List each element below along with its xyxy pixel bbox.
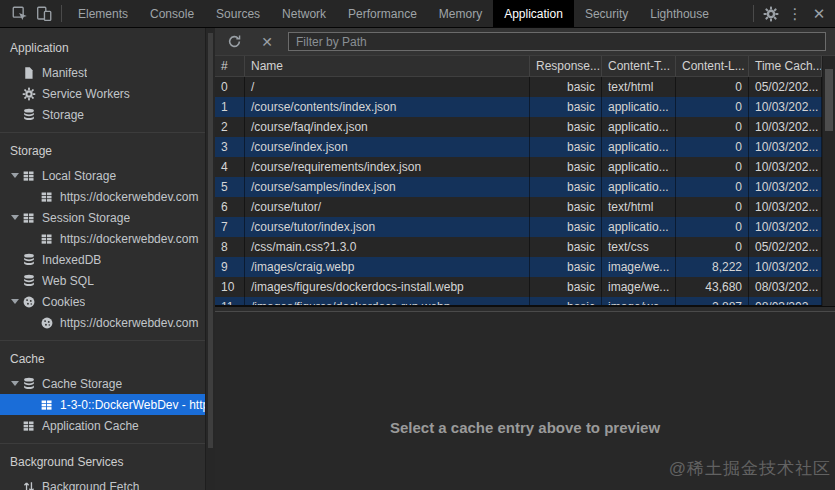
sidebar-section-title: Cache: [0, 346, 205, 373]
cache-entry-row[interactable]: 4/course/requirements/index.jsonbasicapp…: [215, 157, 835, 177]
inspect-element-icon[interactable]: [8, 2, 32, 26]
column-header-time-cach[interactable]: Time Cach...: [749, 56, 822, 76]
sidebar-section-background-services: Background ServicesBackground Fetch: [0, 443, 205, 490]
sidebar-item-service-workers[interactable]: Service Workers: [0, 83, 205, 104]
cookie-icon: [21, 294, 36, 309]
devtools-window: ElementsConsoleSourcesNetworkPerformance…: [0, 0, 835, 490]
cell-content-t: applicatio...: [602, 117, 676, 137]
tab-application[interactable]: Application: [493, 0, 574, 27]
cache-entry-row[interactable]: 6/course/tutor/basictext/html010/03/202.…: [215, 197, 835, 217]
tabbar-right-controls: ⋮ ✕: [748, 2, 835, 26]
more-options-icon[interactable]: ⋮: [783, 2, 807, 26]
cell-: 0: [215, 77, 245, 97]
sidebar-scrollbar-thumb[interactable]: [208, 33, 213, 448]
cell-content-l: 0: [676, 97, 749, 117]
cell-content-l: 0: [676, 137, 749, 157]
filter-by-path-input[interactable]: [288, 32, 826, 51]
cache-entry-row[interactable]: 5/course/samples/index.jsonbasicapplicat…: [215, 177, 835, 197]
cell-response: basic: [530, 97, 602, 117]
column-header-content-l[interactable]: Content-L...: [676, 56, 749, 76]
cell-response: basic: [530, 157, 602, 177]
cell-time-cach: 10/03/202...: [749, 177, 822, 197]
tabbar-separator: [753, 5, 754, 22]
cell-: 7: [215, 217, 245, 237]
cell-name: /images/figures/dockerdocs-run.webp: [245, 297, 530, 305]
sidebar-item-label: Storage: [42, 108, 84, 122]
cell-time-cach: 10/03/202...: [749, 197, 822, 217]
cache-entry-row[interactable]: 9/images/craig.webpbasicimage/we...8,222…: [215, 257, 835, 277]
table-icon: [21, 168, 36, 183]
cell-: 3: [215, 137, 245, 157]
column-header-content-t[interactable]: Content-T...: [602, 56, 676, 76]
column-header-name[interactable]: Name: [245, 56, 530, 76]
cell-response: basic: [530, 197, 602, 217]
table-scrollbar-thumb[interactable]: [825, 69, 833, 131]
expander-triangle-icon[interactable]: [8, 299, 21, 304]
column-header-[interactable]: #: [215, 56, 245, 76]
sidebar-item-https-dockerwebdev-com[interactable]: https://dockerwebdev.com: [0, 186, 205, 207]
sidebar-item-manifest[interactable]: Manifest: [0, 62, 205, 83]
tab-network[interactable]: Network: [271, 0, 337, 27]
cell-content-l: 2,887: [676, 297, 749, 305]
cache-entry-row[interactable]: 2/course/faq/index.jsonbasicapplicatio..…: [215, 117, 835, 137]
sidebar-item-https-dockerwebdev-com[interactable]: https://dockerwebdev.com: [0, 312, 205, 333]
cell-: 1: [215, 97, 245, 117]
device-toolbar-icon[interactable]: [32, 2, 56, 26]
clear-icon[interactable]: ✕: [255, 30, 279, 54]
application-sidebar: ApplicationManifestService WorkersStorag…: [0, 28, 205, 490]
cell-time-cach: 10/03/202...: [749, 257, 822, 277]
sidebar-item-label: Service Workers: [42, 87, 130, 101]
cell-content-t: image/we...: [602, 257, 676, 277]
table-scrollbar[interactable]: [822, 56, 835, 306]
expander-triangle-icon[interactable]: [8, 173, 21, 178]
cell-response: basic: [530, 77, 602, 97]
tab-elements[interactable]: Elements: [67, 0, 139, 27]
cache-entry-row[interactable]: 8/css/main.css?1.3.0basictext/css005/02/…: [215, 237, 835, 257]
sidebar-item-background-fetch[interactable]: Background Fetch: [0, 476, 205, 490]
sidebar-item-local-storage[interactable]: Local Storage: [0, 165, 205, 186]
cell-time-cach: 10/03/202...: [749, 137, 822, 157]
sidebar-item-https-dockerwebdev-com[interactable]: https://dockerwebdev.com: [0, 228, 205, 249]
sidebar-scrollbar[interactable]: [205, 28, 215, 490]
table-icon: [39, 397, 54, 412]
sidebar-item-session-storage[interactable]: Session Storage: [0, 207, 205, 228]
tab-performance[interactable]: Performance: [337, 0, 428, 27]
expander-triangle-icon[interactable]: [8, 381, 21, 386]
sidebar-item-application-cache[interactable]: Application Cache: [0, 415, 205, 436]
devtools-main: ApplicationManifestService WorkersStorag…: [0, 28, 835, 490]
tab-memory[interactable]: Memory: [428, 0, 493, 27]
sidebar-item-web-sql[interactable]: Web SQL: [0, 270, 205, 291]
cache-entry-row[interactable]: 10/images/figures/dockerdocs-install.web…: [215, 277, 835, 297]
tab-console[interactable]: Console: [139, 0, 205, 27]
cache-entry-row[interactable]: 1/course/contents/index.jsonbasicapplica…: [215, 97, 835, 117]
cell-response: basic: [530, 257, 602, 277]
pane-splitter[interactable]: [215, 305, 835, 312]
cell-content-t: applicatio...: [602, 157, 676, 177]
preview-pane: Select a cache entry above to preview @稀…: [215, 312, 835, 490]
sidebar-item-storage[interactable]: Storage: [0, 104, 205, 125]
cell-: 9: [215, 257, 245, 277]
cell-: 10: [215, 277, 245, 297]
cell-content-t: image/we...: [602, 277, 676, 297]
close-devtools-icon[interactable]: ✕: [807, 2, 831, 26]
cell-time-cach: 08/03/202...: [749, 277, 822, 297]
sidebar-item-label: https://dockerwebdev.com: [60, 190, 199, 204]
sidebar-item-cache-storage[interactable]: Cache Storage: [0, 373, 205, 394]
cache-entry-row[interactable]: 7/course/tutor/index.jsonbasicapplicatio…: [215, 217, 835, 237]
tab-lighthouse[interactable]: Lighthouse: [639, 0, 720, 27]
sidebar-item-1-3-0-dockerwebdev-http[interactable]: 1-3-0::DockerWebDev - http: [0, 394, 205, 415]
expander-triangle-icon[interactable]: [8, 215, 21, 220]
cache-entry-row[interactable]: 0/basictext/html005/02/202...: [215, 77, 835, 97]
tab-security[interactable]: Security: [574, 0, 639, 27]
cache-entry-row[interactable]: 11/images/figures/dockerdocs-run.webpbas…: [215, 297, 835, 305]
cache-panel: ✕ #NameResponse...Content-T...Content-L.…: [215, 28, 835, 490]
sidebar-item-indexeddb[interactable]: IndexedDB: [0, 249, 205, 270]
sidebar-section-title: Storage: [0, 138, 205, 165]
settings-gear-icon[interactable]: [759, 2, 783, 26]
sidebar-item-cookies[interactable]: Cookies: [0, 291, 205, 312]
refresh-icon[interactable]: [222, 30, 246, 54]
column-header-response[interactable]: Response...: [530, 56, 602, 76]
cell-content-l: 0: [676, 157, 749, 177]
tab-sources[interactable]: Sources: [205, 0, 271, 27]
cache-entry-row[interactable]: 3/course/index.jsonbasicapplicatio...010…: [215, 137, 835, 157]
